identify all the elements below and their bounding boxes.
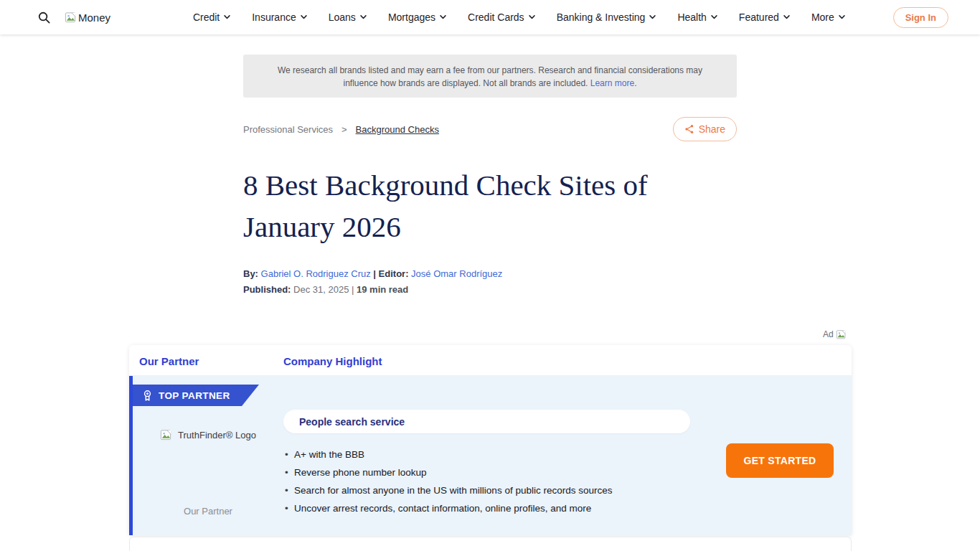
nav-item[interactable]: Loans: [329, 11, 367, 23]
nav-item[interactable]: Credit: [193, 11, 230, 23]
highlight-bullet: Search for almost anyone in the US with …: [285, 484, 722, 496]
nav-item[interactable]: Featured: [739, 11, 790, 23]
broken-image-icon: [836, 329, 847, 340]
top-partner-label: TOP PARTNER: [159, 390, 230, 401]
affiliate-disclaimer: We research all brands listed and may ea…: [243, 55, 737, 98]
partner-caption: Our Partner: [133, 506, 283, 517]
highlight-bullets: A+ with the BBBReverse phone number look…: [285, 448, 722, 520]
nav-item-label: Banking & Investing: [557, 11, 646, 23]
chevron-down-icon: [649, 15, 656, 19]
breadcrumb: Professional Services > Background Check…: [243, 124, 439, 135]
top-nav: Money Credit Insurance Loans Mortgages C…: [0, 0, 980, 34]
company-highlight-pill: People search service: [283, 410, 690, 433]
chevron-down-icon: [711, 15, 717, 19]
page: Money Credit Insurance Loans Mortgages C…: [0, 0, 980, 551]
partner-table: Our Partner Company Highlight TOP PARTNE…: [129, 345, 852, 535]
nav-item-label: Loans: [329, 11, 356, 23]
share-icon: [684, 124, 694, 134]
published-date: Dec 31, 2025: [291, 284, 352, 295]
partner-row: TOP PARTNER TruthFinder® Logo Our Partne…: [129, 376, 852, 535]
next-partner-row-stub: [129, 537, 852, 551]
ad-label: Ad: [823, 329, 847, 340]
logo-text: Money: [78, 11, 110, 24]
chevron-down-icon: [360, 15, 367, 19]
column-header-our-partner: Our Partner: [139, 355, 199, 367]
by-label: By:: [243, 268, 261, 279]
breadcrumb-separator: >: [341, 124, 347, 135]
chevron-down-icon: [301, 15, 307, 19]
disclaimer-period: .: [634, 78, 636, 88]
partner-logo-alt-text: TruthFinder® Logo: [178, 430, 256, 441]
nav-item-label: More: [811, 11, 834, 23]
divider: |: [352, 284, 357, 295]
learn-more-link[interactable]: Learn more: [590, 78, 634, 88]
nav-item-label: Insurance: [252, 11, 296, 23]
nav-item-label: Featured: [739, 11, 779, 23]
nav-item[interactable]: Banking & Investing: [557, 11, 656, 23]
editor-link[interactable]: José Omar Rodríguez: [411, 268, 502, 279]
page-title: 8 Best Background Check Sites of January…: [243, 164, 740, 248]
sign-in-button[interactable]: Sign In: [893, 7, 948, 28]
partner-table-header: Our Partner Company Highlight: [129, 345, 852, 376]
nav-item[interactable]: More: [811, 11, 845, 23]
breadcrumb-parent[interactable]: Professional Services: [243, 124, 333, 135]
highlight-bullet: Uncover arrest records, contact informat…: [285, 502, 722, 514]
breadcrumb-current[interactable]: Background Checks: [356, 124, 439, 135]
nav-item-label: Mortgages: [388, 11, 435, 23]
get-started-button[interactable]: GET STARTED: [726, 443, 834, 478]
editor-label: | Editor:: [371, 268, 411, 279]
read-time: 19 min read: [357, 284, 408, 295]
nav-item-label: Credit Cards: [468, 11, 524, 23]
money-logo[interactable]: Money: [65, 11, 110, 24]
ad-text: Ad: [823, 329, 834, 339]
breadcrumb-row: Professional Services > Background Check…: [243, 117, 737, 143]
partner-logo[interactable]: TruthFinder® Logo: [133, 429, 283, 441]
chevron-down-icon: [224, 15, 230, 19]
chevron-down-icon: [529, 15, 535, 19]
chevron-down-icon: [783, 15, 790, 19]
top-partner-badge: TOP PARTNER: [133, 385, 259, 406]
main-nav: Credit Insurance Loans Mortgages Credit …: [159, 11, 845, 23]
chevron-down-icon: [839, 15, 845, 19]
nav-item[interactable]: Mortgages: [388, 11, 446, 23]
search-icon: [37, 11, 51, 24]
chevron-down-icon: [440, 15, 446, 19]
share-button[interactable]: Share: [673, 117, 737, 141]
column-header-company-highlight: Company Highlight: [283, 355, 382, 367]
award-ribbon-icon: [143, 390, 152, 402]
nav-item[interactable]: Credit Cards: [468, 11, 535, 23]
highlight-bullet: A+ with the BBB: [285, 448, 722, 461]
nav-item[interactable]: Insurance: [252, 11, 306, 23]
nav-item-label: Credit: [193, 11, 220, 23]
search-button[interactable]: [36, 9, 52, 25]
share-label: Share: [699, 123, 725, 135]
nav-item[interactable]: Health: [677, 11, 717, 23]
published-label: Published:: [243, 284, 291, 295]
nav-item-label: Health: [677, 11, 706, 23]
published-line: Published: Dec 31, 2025 | 19 min read: [243, 284, 408, 295]
broken-image-icon: [160, 429, 172, 441]
disclaimer-text: We research all brands listed and may ea…: [278, 65, 702, 88]
author-link[interactable]: Gabriel O. Rodriguez Cruz: [261, 268, 371, 279]
byline: By: Gabriel O. Rodriguez Cruz | Editor: …: [243, 268, 502, 279]
highlight-bullet: Reverse phone number lookup: [285, 466, 722, 479]
broken-image-icon: [65, 11, 77, 24]
